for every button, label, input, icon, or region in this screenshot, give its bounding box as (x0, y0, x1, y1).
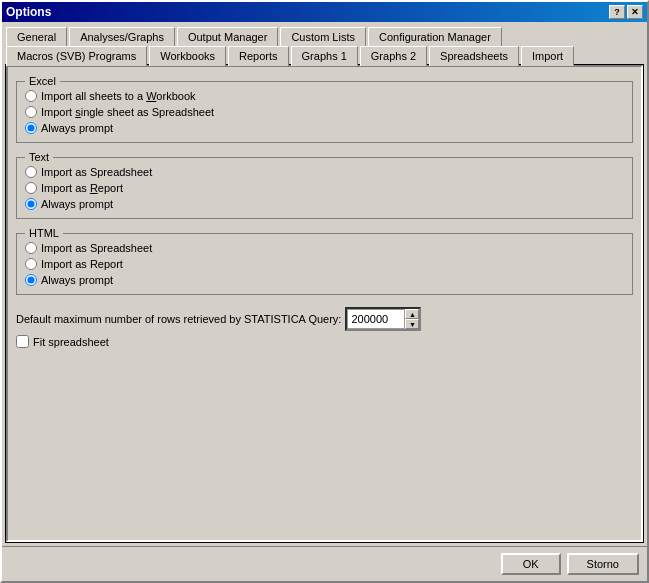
html-report-radio[interactable] (25, 258, 37, 270)
tab-rows-container: General Analyses/Graphs Output Manager C… (6, 26, 643, 65)
fit-spreadsheet-row: Fit spreadsheet (16, 335, 633, 348)
text-prompt-radio[interactable] (25, 198, 37, 210)
window-title: Options (6, 5, 51, 19)
html-prompt-option: Always prompt (25, 274, 624, 286)
text-spreadsheet-radio[interactable] (25, 166, 37, 178)
tab-reports[interactable]: Reports (228, 46, 289, 66)
window-content: General Analyses/Graphs Output Manager C… (2, 22, 647, 546)
cancel-button[interactable]: Storno (567, 553, 639, 575)
spinner-down-button[interactable]: ▼ (405, 319, 419, 329)
html-spreadsheet-label: Import as Spreadsheet (41, 242, 152, 254)
html-group-legend: HTML (25, 227, 63, 239)
spinner-up-button[interactable]: ▲ (405, 309, 419, 319)
close-button[interactable]: ✕ (627, 5, 643, 19)
tab-spreadsheets[interactable]: Spreadsheets (429, 46, 519, 66)
tab-macros[interactable]: Macros (SVB) Programs (6, 46, 147, 66)
text-group: Text Import as Spreadsheet Import as Rep… (16, 157, 633, 219)
excel-workbook-label: Import all sheets to a Workbook (41, 90, 196, 102)
tab-general[interactable]: General (6, 27, 67, 46)
tab-workbooks[interactable]: Workbooks (149, 46, 226, 66)
html-report-label: Import as Report (41, 258, 123, 270)
title-bar: Options ? ✕ (2, 2, 647, 22)
fit-spreadsheet-label: Fit spreadsheet (33, 336, 109, 348)
excel-prompt-label: Always prompt (41, 122, 113, 134)
text-spreadsheet-label: Import as Spreadsheet (41, 166, 152, 178)
tab-analyses[interactable]: Analyses/Graphs (69, 27, 175, 46)
text-group-legend: Text (25, 151, 53, 163)
query-input[interactable] (347, 309, 405, 329)
excel-prompt-option: Always prompt (25, 122, 624, 134)
excel-spreadsheet-option: Import single sheet as Spreadsheet (25, 106, 624, 118)
title-bar-controls: ? ✕ (609, 5, 643, 19)
tab-row-2: Macros (SVB) Programs Workbooks Reports … (6, 45, 643, 65)
html-prompt-radio[interactable] (25, 274, 37, 286)
options-window: Options ? ✕ General Analyses/Graphs Outp… (0, 0, 649, 583)
footer: OK Storno (2, 546, 647, 581)
tab-graphs2[interactable]: Graphs 2 (360, 46, 427, 66)
excel-prompt-radio[interactable] (25, 122, 37, 134)
tab-output[interactable]: Output Manager (177, 27, 279, 46)
html-prompt-label: Always prompt (41, 274, 113, 286)
html-spreadsheet-radio[interactable] (25, 242, 37, 254)
excel-group: Excel Import all sheets to a Workbook Im… (16, 81, 633, 143)
text-report-option: Import as Report (25, 182, 624, 194)
html-spreadsheet-option: Import as Spreadsheet (25, 242, 624, 254)
query-row: Default maximum number of rows retrieved… (16, 307, 633, 331)
bottom-section: Default maximum number of rows retrieved… (16, 307, 633, 348)
html-group: HTML Import as Spreadsheet Import as Rep… (16, 233, 633, 295)
tab-graphs1[interactable]: Graphs 1 (291, 46, 358, 66)
tab-custom-lists[interactable]: Custom Lists (280, 27, 366, 46)
tab-config[interactable]: Configuration Manager (368, 27, 502, 46)
ok-button[interactable]: OK (501, 553, 561, 575)
excel-workbook-radio[interactable] (25, 90, 37, 102)
excel-spreadsheet-label: Import single sheet as Spreadsheet (41, 106, 214, 118)
tab-row-1: General Analyses/Graphs Output Manager C… (6, 26, 643, 45)
fit-spreadsheet-checkbox[interactable] (16, 335, 29, 348)
tab-panel-import: Excel Import all sheets to a Workbook Im… (6, 65, 643, 542)
text-prompt-label: Always prompt (41, 198, 113, 210)
text-spreadsheet-option: Import as Spreadsheet (25, 166, 624, 178)
text-prompt-option: Always prompt (25, 198, 624, 210)
spinner-buttons: ▲ ▼ (405, 309, 419, 329)
html-report-option: Import as Report (25, 258, 624, 270)
excel-group-legend: Excel (25, 75, 60, 87)
query-label: Default maximum number of rows retrieved… (16, 313, 341, 325)
excel-spreadsheet-radio[interactable] (25, 106, 37, 118)
excel-workbook-option: Import all sheets to a Workbook (25, 90, 624, 102)
text-report-label: Import as Report (41, 182, 123, 194)
tab-import[interactable]: Import (521, 46, 574, 66)
help-button[interactable]: ? (609, 5, 625, 19)
text-report-radio[interactable] (25, 182, 37, 194)
query-spinner: ▲ ▼ (345, 307, 421, 331)
